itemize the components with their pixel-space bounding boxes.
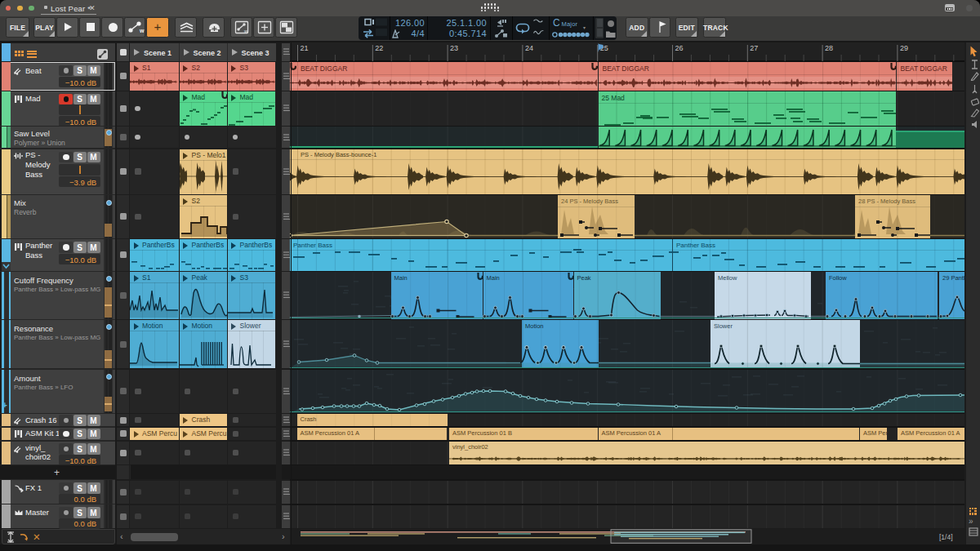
svg-text:w: w bbox=[139, 28, 145, 33]
svg-text:w: w bbox=[243, 29, 248, 33]
